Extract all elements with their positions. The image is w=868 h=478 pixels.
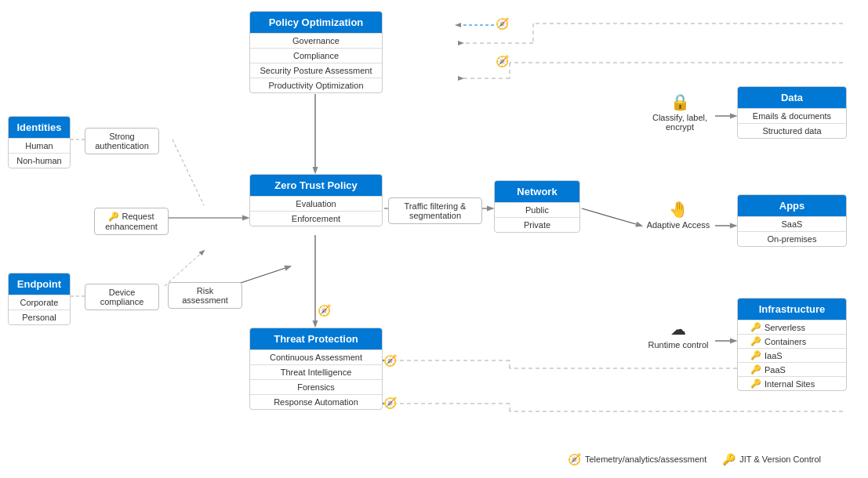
cloud-icon: ☁ [643, 320, 714, 339]
request-enhancement-label: 🔑 Requestenhancement [94, 208, 169, 235]
policy-opt-row-0: Governance [250, 33, 382, 48]
endpoint-row-0: Corporate [9, 295, 70, 310]
endpoint-box: Endpoint Corporate Personal [8, 273, 71, 325]
jit-icon-3: 🔑 [750, 364, 761, 375]
lock-icon: 🔒 [645, 92, 715, 111]
infra-row-3: 🔑 PaaS [738, 362, 846, 376]
zero-trust-title: Zero Trust Policy [250, 175, 382, 196]
zero-trust-row-0: Evaluation [250, 196, 382, 211]
policy-opt-row-1: Compliance [250, 48, 382, 63]
legend-telemetry: 🧭 Telemetry/analytics/assessment [568, 453, 706, 465]
identities-title: Identities [9, 117, 70, 138]
telemetry-icon-top1: 🧭 [496, 17, 509, 30]
threat-title: Threat Protection [250, 328, 382, 349]
jit-icon-4: 🔑 [750, 378, 761, 389]
diagram: Identities Human Non-human Endpoint Corp… [0, 0, 868, 478]
data-row-1: Structured data [738, 123, 846, 138]
policy-optimization-box: Policy Optimization Governance Complianc… [249, 11, 383, 93]
network-row-0: Public [495, 202, 579, 217]
policy-opt-row-2: Security Posture Assessment [250, 63, 382, 78]
runtime-control-box: ☁ Runtime control [643, 320, 714, 349]
infra-row-0: 🔑 Serverless [738, 320, 846, 334]
threat-row-3: Response Automation [250, 394, 382, 409]
apps-box: Apps SaaS On-premises [737, 194, 847, 247]
network-box: Network Public Private [494, 180, 580, 233]
telemetry-icon-bottom1: 🧭 [383, 354, 397, 367]
telemetry-icon-bottom2: 🧭 [383, 397, 397, 409]
apps-title: Apps [738, 195, 846, 216]
fingerprint-icon: 🤚 [643, 200, 714, 219]
zero-trust-box: Zero Trust Policy Evaluation Enforcement [249, 174, 383, 226]
jit-icon-2: 🔑 [750, 350, 761, 360]
data-row-0: Emails & documents [738, 108, 846, 123]
infra-row-1: 🔑 Containers [738, 334, 846, 348]
infra-row-4: 🔑 Internal Sites [738, 376, 846, 390]
infrastructure-box: Infrastructure 🔑 Serverless 🔑 Containers… [737, 298, 847, 391]
legend: 🧭 Telemetry/analytics/assessment 🔑 JIT &… [568, 453, 821, 465]
telemetry-icon-threat: 🧭 [318, 304, 331, 317]
jit-legend-icon: 🔑 [722, 453, 735, 465]
svg-line-4 [165, 251, 204, 286]
policy-opt-row-3: Productivity Optimization [250, 78, 382, 92]
policy-opt-title: Policy Optimization [250, 12, 382, 33]
data-title: Data [738, 87, 846, 108]
risk-assessment-label: Risk assessment [168, 282, 242, 309]
network-row-1: Private [495, 217, 579, 232]
adaptive-access-box: 🤚 Adaptive Access [643, 200, 714, 230]
device-compliance-label: Device compliance [85, 284, 159, 310]
traffic-filtering-label: Traffic filtering &segmentation [388, 197, 482, 224]
infra-row-2: 🔑 IaaS [738, 348, 846, 362]
strong-auth-label: Strong authentication [85, 128, 159, 154]
identities-box: Identities Human Non-human [8, 116, 71, 168]
threat-row-0: Continuous Assessment [250, 349, 382, 364]
zero-trust-row-1: Enforcement [250, 211, 382, 226]
jit-icon-1: 🔑 [750, 336, 761, 346]
svg-line-9 [582, 208, 641, 226]
identities-row-0: Human [9, 138, 70, 153]
legend-jit: 🔑 JIT & Version Control [722, 453, 821, 465]
apps-row-0: SaaS [738, 216, 846, 231]
telemetry-icon-top2: 🧭 [496, 55, 509, 67]
telemetry-legend-icon: 🧭 [568, 453, 581, 465]
classify-box: 🔒 Classify, label, encrypt [645, 92, 715, 132]
network-title: Network [495, 181, 579, 202]
endpoint-row-1: Personal [9, 310, 70, 324]
identities-row-1: Non-human [9, 153, 70, 168]
data-box: Data Emails & documents Structured data [737, 86, 847, 139]
threat-protection-box: Threat Protection Continuous Assessment … [249, 328, 383, 410]
svg-line-1 [173, 139, 204, 205]
threat-row-2: Forensics [250, 379, 382, 394]
endpoint-title: Endpoint [9, 273, 70, 295]
apps-row-1: On-premises [738, 231, 846, 246]
jit-icon-0: 🔑 [750, 322, 761, 332]
infra-title: Infrastructure [738, 299, 846, 320]
threat-row-1: Threat Intelligence [250, 364, 382, 379]
